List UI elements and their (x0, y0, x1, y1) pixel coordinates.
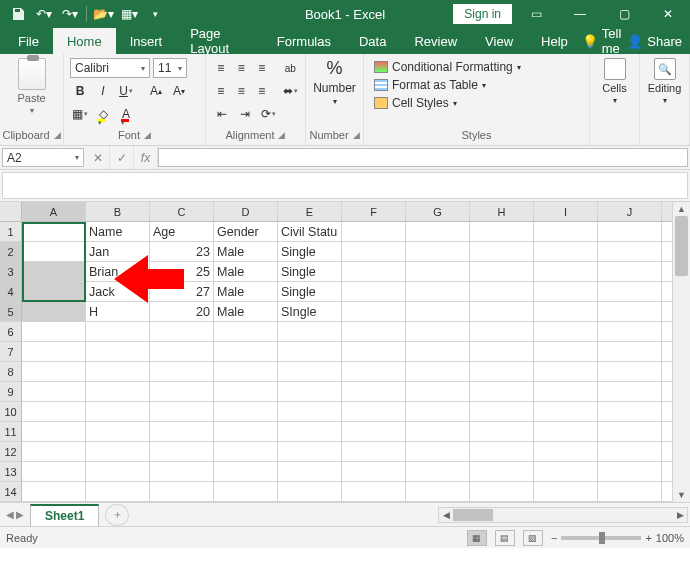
close-icon[interactable]: ✕ (648, 0, 688, 28)
cell[interactable] (534, 222, 598, 241)
cell[interactable] (22, 242, 86, 261)
cell[interactable] (470, 302, 534, 321)
number-format-button[interactable]: % Number ▾ (312, 58, 357, 106)
cell[interactable] (278, 402, 342, 421)
cell[interactable] (278, 422, 342, 441)
cell[interactable] (22, 402, 86, 421)
font-launcher-icon[interactable]: ◢ (144, 130, 151, 140)
hscroll-left-icon[interactable]: ◀ (439, 510, 453, 520)
cell[interactable] (406, 362, 470, 381)
cell[interactable] (342, 442, 406, 461)
cell[interactable] (406, 302, 470, 321)
cell[interactable] (534, 442, 598, 461)
orientation-button[interactable]: ⟳ (258, 104, 278, 124)
tab-formulas[interactable]: Formulas (263, 28, 345, 54)
tab-insert[interactable]: Insert (116, 28, 177, 54)
cell[interactable] (342, 282, 406, 301)
cell[interactable] (278, 362, 342, 381)
cell[interactable] (22, 422, 86, 441)
cell[interactable] (342, 242, 406, 261)
zoom-slider[interactable] (561, 536, 641, 540)
align-top-button[interactable]: ≡ (212, 58, 229, 78)
row-header[interactable]: 14 (0, 482, 21, 502)
cell[interactable] (406, 282, 470, 301)
open-icon[interactable]: 📂▾ (91, 2, 115, 26)
cell[interactable] (534, 342, 598, 361)
share-button[interactable]: 👤Share (627, 34, 682, 49)
cell[interactable] (470, 222, 534, 241)
cell-styles-button[interactable]: Cell Styles▾ (370, 94, 583, 112)
row-header[interactable]: 5 (0, 302, 21, 322)
cell[interactable] (534, 282, 598, 301)
number-launcher-icon[interactable]: ◢ (353, 130, 360, 140)
cell[interactable]: Civil Statu (278, 222, 342, 241)
cell[interactable] (342, 262, 406, 281)
cancel-formula-icon[interactable]: ✕ (86, 146, 110, 169)
cell[interactable] (534, 402, 598, 421)
cell[interactable]: Name (86, 222, 150, 241)
cell[interactable] (86, 482, 150, 501)
tab-view[interactable]: View (471, 28, 527, 54)
row-header[interactable]: 10 (0, 402, 21, 422)
cell[interactable] (150, 342, 214, 361)
cell[interactable] (598, 442, 662, 461)
column-header[interactable]: E (278, 202, 342, 221)
cell[interactable] (342, 322, 406, 341)
cell[interactable]: 23 (150, 242, 214, 261)
shrink-font-button[interactable]: A▾ (169, 81, 189, 101)
ribbon-options-icon[interactable]: ▭ (516, 0, 556, 28)
cell[interactable] (534, 482, 598, 501)
font-color-button[interactable]: A (116, 104, 136, 124)
font-name-combo[interactable]: Calibri▾ (70, 58, 150, 78)
hscroll-thumb[interactable] (453, 509, 493, 521)
cell[interactable] (86, 442, 150, 461)
row-header[interactable]: 3 (0, 262, 21, 282)
cell[interactable] (598, 382, 662, 401)
align-middle-button[interactable]: ≡ (232, 58, 249, 78)
cell[interactable] (470, 402, 534, 421)
font-size-combo[interactable]: 11▾ (153, 58, 187, 78)
tab-file[interactable]: File (4, 28, 53, 54)
cell[interactable] (278, 482, 342, 501)
sign-in-button[interactable]: Sign in (453, 4, 512, 24)
row-header[interactable]: 6 (0, 322, 21, 342)
sheet-tab[interactable]: Sheet1 (30, 504, 99, 526)
tab-review[interactable]: Review (400, 28, 471, 54)
paste-button[interactable]: Paste ▾ (6, 58, 57, 115)
cell[interactable] (86, 322, 150, 341)
cell[interactable] (214, 322, 278, 341)
cell[interactable] (470, 422, 534, 441)
column-header[interactable]: C (150, 202, 214, 221)
column-header[interactable]: F (342, 202, 406, 221)
row-header[interactable]: 9 (0, 382, 21, 402)
cell[interactable]: Single (278, 282, 342, 301)
row-header[interactable]: 1 (0, 222, 21, 242)
cell[interactable] (534, 302, 598, 321)
cell[interactable] (214, 462, 278, 481)
cell[interactable] (598, 402, 662, 421)
cell[interactable] (534, 262, 598, 281)
clipboard-launcher-icon[interactable]: ◢ (54, 130, 61, 140)
cell[interactable] (470, 462, 534, 481)
minimize-icon[interactable]: — (560, 0, 600, 28)
cell[interactable]: Age (150, 222, 214, 241)
align-right-button[interactable]: ≡ (253, 81, 270, 101)
sheet-next-icon[interactable]: ▶ (16, 509, 24, 520)
cell[interactable]: Male (214, 242, 278, 261)
add-sheet-button[interactable]: ＋ (105, 504, 129, 526)
name-box[interactable]: A2▾ (2, 148, 84, 167)
cell[interactable]: H (86, 302, 150, 321)
cell[interactable]: 20 (150, 302, 214, 321)
cell[interactable] (278, 382, 342, 401)
editing-button[interactable]: 🔍 Editing ▾ (646, 58, 683, 105)
row-header[interactable]: 4 (0, 282, 21, 302)
fx-icon[interactable]: fx (134, 146, 158, 169)
select-all-corner[interactable] (0, 202, 21, 222)
cell[interactable] (470, 442, 534, 461)
cell[interactable] (22, 382, 86, 401)
align-left-button[interactable]: ≡ (212, 81, 229, 101)
cell[interactable] (470, 322, 534, 341)
sheet-prev-icon[interactable]: ◀ (6, 509, 14, 520)
cell[interactable] (22, 302, 86, 321)
cell[interactable] (342, 422, 406, 441)
